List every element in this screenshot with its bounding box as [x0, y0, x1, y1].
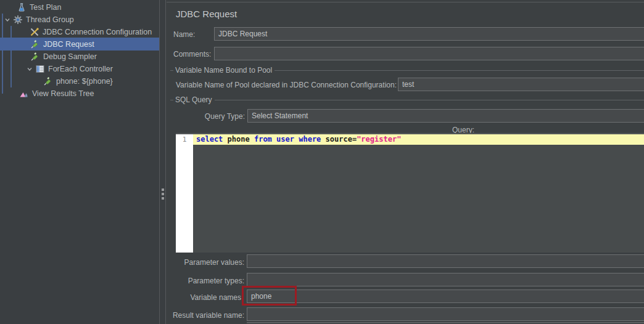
- parameter-types-label: Parameter types:: [188, 277, 244, 285]
- panel-top-border: [167, 2, 644, 2]
- thread-group-gear-icon: [13, 15, 23, 25]
- name-label: Name:: [173, 30, 195, 39]
- result-variable-name-label: Result variable name:: [173, 311, 244, 320]
- tree-item-label: Test Plan: [30, 3, 61, 12]
- query-type-select[interactable]: [247, 109, 644, 123]
- tree-item-thread-group[interactable]: Thread Group: [0, 14, 159, 26]
- splitter-grip: [162, 188, 164, 191]
- chevron-down-icon[interactable]: [4, 17, 10, 23]
- tree-item-jdbc-request[interactable]: JDBC Request: [0, 38, 159, 51]
- sql-query-editor[interactable]: 1 select phone from user where source="r…: [176, 133, 644, 253]
- parameter-types-input[interactable]: [247, 273, 644, 286]
- sampler-syringe-icon: [43, 76, 53, 86]
- comments-input[interactable]: [214, 47, 644, 60]
- comments-label: Comments:: [173, 50, 211, 59]
- tree-item-label: Thread Group: [26, 15, 74, 24]
- result-variable-name-input[interactable]: [247, 307, 644, 321]
- pool-group-title: Variable Name Bound to Pool: [170, 66, 644, 75]
- variable-names-label: Variable names: [191, 293, 242, 302]
- tree-item-label: View Results Tree: [32, 89, 94, 98]
- variable-names-input[interactable]: [247, 290, 644, 303]
- page-title: JDBC Request: [176, 9, 237, 19]
- pool-variable-input[interactable]: [398, 78, 644, 91]
- tree-item-test-plan[interactable]: Test Plan: [0, 1, 159, 14]
- sql-active-line[interactable]: select phone from user where source="reg…: [193, 134, 644, 145]
- tree-item-label: ForEach Controller: [48, 65, 113, 73]
- tree-item-debug-sampler[interactable]: Debug Sampler: [0, 51, 159, 63]
- test-plan-flask-icon: [17, 2, 27, 12]
- sql-group-title: SQL Query: [170, 95, 644, 104]
- tree-item-foreach-controller[interactable]: ForEach Controller: [0, 63, 159, 75]
- editor-line-number-gutter: 1: [176, 134, 193, 253]
- query-type-label: Query Type:: [205, 112, 245, 121]
- jdbc-request-config-panel: JDBC Request Name: Comments: Variable Na…: [166, 0, 644, 324]
- splitter-grip: [162, 197, 164, 200]
- tree-item-label: Debug Sampler: [43, 52, 97, 61]
- name-input[interactable]: [214, 27, 644, 41]
- results-chart-icon: [19, 89, 29, 99]
- parameter-values-input[interactable]: [247, 254, 644, 268]
- parameter-values-label: Parameter values:: [184, 258, 244, 267]
- sampler-syringe-icon: [30, 39, 40, 49]
- foreach-controller-icon: [35, 64, 45, 74]
- tree-item-view-results-tree[interactable]: View Results Tree: [0, 87, 159, 100]
- splitter-grip: [162, 193, 164, 195]
- tree-item-label: JDBC Request: [43, 40, 94, 49]
- jmeter-window: Test Plan Thread Group: [0, 0, 644, 324]
- sampler-syringe-icon: [30, 52, 40, 62]
- test-plan-tree: Test Plan Thread Group: [0, 0, 159, 324]
- tree-item-label: JDBC Connection Configuration: [43, 28, 152, 36]
- pool-variable-label: Variable Name of Pool declared in JDBC C…: [176, 81, 397, 89]
- chevron-down-icon[interactable]: [27, 66, 33, 72]
- tree-item-label: phone: ${phone}: [56, 77, 113, 86]
- config-tools-icon: [30, 27, 39, 37]
- line-number: 1: [183, 136, 187, 144]
- tree-item-phone-sampler[interactable]: phone: ${phone}: [0, 75, 159, 87]
- tree-item-jdbc-connection-configuration[interactable]: JDBC Connection Configuration: [0, 26, 159, 38]
- panel-splitter[interactable]: [159, 0, 166, 324]
